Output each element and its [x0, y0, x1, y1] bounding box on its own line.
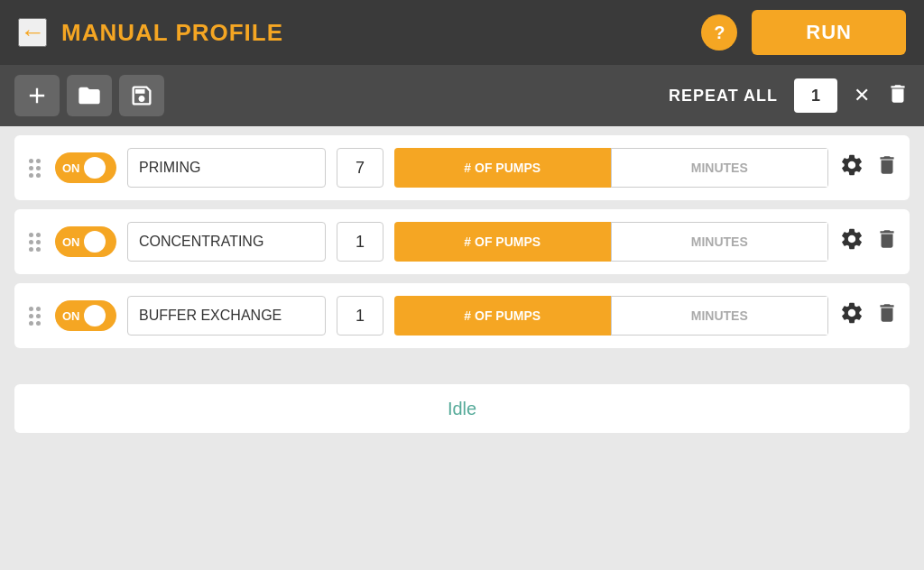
step-3-pumps-tab[interactable]: # OF PUMPS — [394, 296, 611, 336]
open-button[interactable] — [67, 75, 112, 116]
page-title: MANUAL PROFILE — [61, 19, 687, 47]
step-3-count-input[interactable] — [337, 296, 383, 336]
step-1-name-input[interactable] — [127, 148, 326, 188]
run-button[interactable]: RUN — [752, 10, 906, 55]
step-row: ON # OF PUMPS MINUTES — [14, 135, 910, 200]
step-2-delete-button[interactable] — [875, 227, 899, 256]
add-icon — [24, 83, 50, 108]
trash-icon — [875, 227, 899, 251]
repeat-all-clear-button[interactable]: ✕ — [854, 84, 870, 107]
gear-icon — [839, 300, 864, 326]
step-1-delete-button[interactable] — [875, 153, 899, 182]
content-area: ON # OF PUMPS MINUTES ON — [0, 126, 924, 570]
step-3-mode-tabs: # OF PUMPS MINUTES — [394, 296, 828, 336]
step-1-count-input[interactable] — [337, 148, 383, 188]
status-bar: Idle — [14, 384, 910, 433]
step-row: ON # OF PUMPS MINUTES — [14, 283, 910, 348]
back-button[interactable]: ← — [18, 18, 47, 47]
step-3-toggle[interactable]: ON — [55, 300, 116, 331]
step-2-toggle[interactable]: ON — [55, 226, 116, 257]
toolbar: REPEAT ALL ✕ — [0, 65, 924, 126]
step-row: ON # OF PUMPS MINUTES — [14, 209, 910, 274]
step-2-count-input[interactable] — [337, 222, 383, 262]
step-1-toggle[interactable]: ON — [55, 152, 116, 183]
save-icon — [129, 83, 154, 108]
step-1-mode-tabs: # OF PUMPS MINUTES — [394, 148, 828, 188]
trash-icon — [875, 153, 899, 177]
step-1-toggle-knob — [84, 157, 106, 179]
step-2-name-input[interactable] — [127, 222, 326, 262]
drag-handle-2[interactable] — [25, 229, 44, 255]
header: ← MANUAL PROFILE ? RUN — [0, 0, 924, 65]
step-2-toggle-label: ON — [62, 235, 80, 249]
folder-icon — [77, 83, 102, 108]
help-button[interactable]: ? — [701, 14, 737, 51]
step-2-toggle-knob — [84, 231, 106, 253]
step-3-name-input[interactable] — [127, 296, 326, 336]
add-button[interactable] — [14, 75, 60, 116]
step-3-toggle-label: ON — [62, 309, 80, 323]
toolbar-delete-button[interactable] — [886, 82, 910, 110]
step-2-pumps-tab[interactable]: # OF PUMPS — [394, 222, 611, 262]
drag-handle-3[interactable] — [25, 303, 44, 329]
gear-icon — [839, 226, 864, 252]
step-1-minutes-tab[interactable]: MINUTES — [611, 148, 829, 188]
repeat-all-label: REPEAT ALL — [669, 87, 778, 106]
step-2-mode-tabs: # OF PUMPS MINUTES — [394, 222, 828, 262]
status-text: Idle — [448, 399, 476, 419]
gear-icon — [839, 152, 864, 178]
repeat-all-input[interactable] — [794, 78, 837, 113]
step-2-minutes-tab[interactable]: MINUTES — [611, 222, 829, 262]
step-3-settings-button[interactable] — [839, 300, 864, 331]
step-2-settings-button[interactable] — [839, 226, 864, 257]
save-button[interactable] — [119, 75, 164, 116]
trash-icon — [875, 301, 899, 325]
drag-handle-1[interactable] — [25, 155, 44, 181]
step-3-delete-button[interactable] — [875, 301, 899, 330]
step-1-pumps-tab[interactable]: # OF PUMPS — [394, 148, 611, 188]
step-3-minutes-tab[interactable]: MINUTES — [611, 296, 829, 336]
step-1-toggle-label: ON — [62, 161, 80, 175]
trash-icon — [886, 82, 910, 106]
step-3-toggle-knob — [84, 305, 106, 326]
step-1-settings-button[interactable] — [839, 152, 864, 183]
